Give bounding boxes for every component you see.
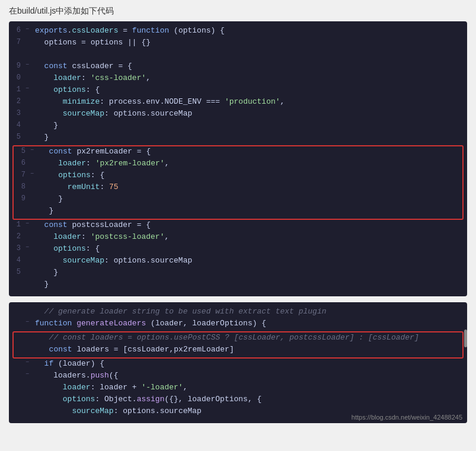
code-line: } [14,206,462,218]
code-line: 5 } [9,133,467,145]
line-number: 7 [9,38,25,46]
code-block-1: 6 − exports.cssLoaders = function (optio… [9,21,467,296]
code-content: loaders.push({ [34,371,462,380]
page-title: 在build/util.js中添加如下代码 [9,6,467,17]
code-content: const px2remLoader = { [39,147,458,156]
code-content: options: { [39,171,458,180]
fold-icon[interactable]: − [25,85,34,92]
code-content: options: Object.assign({}, loaderOptions… [34,395,462,404]
code-content: options: { [34,244,462,253]
code-line: − if (loader) { [9,359,467,371]
fold-icon[interactable]: − [25,319,34,325]
fold-icon[interactable]: − [25,371,34,378]
line-number: 8 [14,183,30,191]
code-content: } [34,268,462,277]
code-line: 3 − options: { [9,244,467,256]
code-content: remUnit: 75 [39,183,458,191]
code-content: options: { [34,85,462,94]
code-block-2: // generate loader string to be used wit… [9,302,467,423]
code-line: 5 − const px2remLoader = { [14,147,462,159]
fold-icon[interactable]: − [25,62,34,68]
code-content: loader: 'px2rem-loader', [39,159,458,168]
code-content: loader: loader + '-loader', [34,383,462,392]
code-line: 2 loader: 'postcss-loader', [9,232,467,244]
red-highlight-box-1: 5 − const px2remLoader = { 6 loader: 'px… [12,145,464,220]
page-container: 在build/util.js中添加如下代码 6 − exports.cssLoa… [0,0,476,436]
fold-icon[interactable]: − [30,147,39,153]
code-line: 6 − exports.cssLoaders = function (optio… [9,26,467,38]
code-content: if (loader) { [34,359,462,368]
code-content: sourceMap: options.sourceMap [34,109,462,118]
code-content: // const loaders = options.usePostCSS ? … [39,333,458,342]
code-content: sourceMap: options.sourceMap [34,256,462,265]
line-number: 4 [9,121,25,129]
fold-icon[interactable]: − [30,171,39,177]
code-content: minimize: process.env.NODE_ENV === 'prod… [34,97,462,106]
line-number: 5 [14,147,30,155]
code-line: const loaders = [cssLoader,px2remLoader] [14,345,462,357]
line-number: 2 [9,232,25,241]
code-line: // generate loader string to be used wit… [9,307,467,319]
line-number: 2 [9,97,25,105]
fold-icon[interactable]: − [25,26,34,33]
line-number: 6 [9,26,25,34]
code-line: // const loaders = options.usePostCSS ? … [14,333,462,345]
code-content: options = options || {} [34,38,462,47]
code-content: loader: 'postcss-loader', [34,232,462,241]
code-content: } [39,206,458,215]
line-number: 0 [9,73,25,82]
line-number: 3 [9,244,25,252]
fold-icon[interactable]: − [25,244,34,251]
code-content: exports.cssLoaders = function (options) … [34,26,462,35]
line-number: 6 [14,159,30,167]
line-number: 9 [14,194,30,203]
code-line: 1 − options: { [9,85,467,97]
fold-icon[interactable]: − [25,220,34,227]
code-line: 9 − const cssLoader = { [9,62,467,73]
line-number: 3 [9,109,25,117]
line-number: 7 [14,171,30,179]
code-line: 4 } [9,121,467,133]
code-line: 5 } [9,268,467,280]
code-content: const loaders = [cssLoader,px2remLoader] [39,345,458,354]
code-content: } [34,121,462,130]
fold-icon[interactable]: − [25,359,34,366]
watermark: https://blog.csdn.net/weixin_42488245 [352,414,462,421]
code-line: loader: loader + '-loader', [9,383,467,395]
code-line: 6 loader: 'px2rem-loader', [14,159,462,171]
code-line: − function generateLoaders (loader, load… [9,319,467,331]
code-content: } [34,133,462,142]
code-content: // generate loader string to be used wit… [34,307,462,316]
code-content: const postcssLoader = { [34,220,462,229]
code-line: 4 sourceMap: options.sourceMap [9,256,467,268]
code-line: } [9,280,467,292]
line-number: 5 [9,133,25,141]
code-content: } [34,280,462,289]
code-line: 3 sourceMap: options.sourceMap [9,109,467,121]
line-number: 4 [9,256,25,264]
scrollbar-thumb[interactable] [464,330,467,347]
line-number: 5 [9,268,25,276]
code-line: 0 loader: 'css-loader', [9,73,467,85]
code-line: options: Object.assign({}, loaderOptions… [9,395,467,407]
code-content: const cssLoader = { [34,62,462,71]
code-line: 8 remUnit: 75 [14,183,462,194]
line-number: 1 [9,85,25,94]
line-number: 9 [9,62,25,70]
code-line: 9 } [14,194,462,206]
code-line: 7 options = options || {} [9,38,467,50]
code-line: − loaders.push({ [9,371,467,383]
code-content: function generateLoaders (loader, loader… [34,319,462,328]
code-content: loader: 'css-loader', [34,73,462,82]
code-line: 1 − const postcssLoader = { [9,220,467,232]
line-number: 1 [9,220,25,229]
code-line: 2 minimize: process.env.NODE_ENV === 'pr… [9,97,467,109]
red-highlight-box-2: // const loaders = options.usePostCSS ? … [12,331,464,359]
code-line-empty [9,50,467,62]
code-line: 7 − options: { [14,171,462,183]
code-content: } [39,194,458,203]
